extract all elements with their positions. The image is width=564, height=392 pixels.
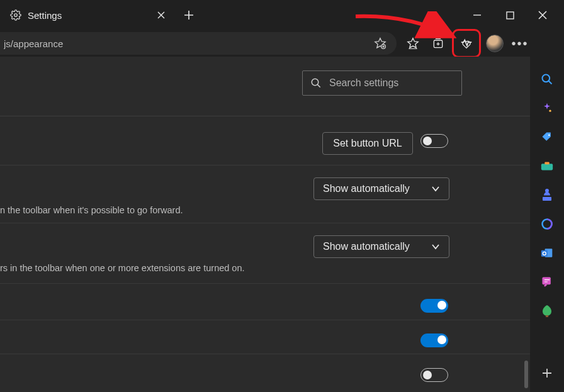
sidebar-outlook-icon[interactable]	[539, 245, 555, 260]
extensions-button-dropdown[interactable]: Show automatically	[313, 235, 449, 258]
new-tab-button[interactable]	[176, 3, 201, 28]
svg-point-6	[549, 110, 551, 112]
set-button-url[interactable]: Set button URL	[322, 132, 413, 155]
svg-point-5	[543, 75, 550, 82]
search-icon	[310, 77, 322, 89]
browser-essentials-icon[interactable]	[455, 32, 478, 55]
sidebar-search-icon[interactable]	[539, 72, 555, 87]
svg-rect-13	[541, 250, 548, 257]
more-menu-button[interactable]: •••	[509, 32, 531, 55]
scrollbar[interactable]	[524, 361, 528, 388]
favorites-icon[interactable]	[402, 32, 424, 55]
settings-page: Search settings Set button URL Show auto…	[0, 57, 530, 392]
sidebar-tools-icon[interactable]	[539, 159, 555, 174]
url-text: js/appearance	[4, 38, 371, 49]
sidebar-shopping-icon[interactable]	[539, 130, 555, 145]
chevron-down-icon	[431, 184, 440, 193]
close-window-button[interactable]	[534, 6, 551, 24]
toggle-row-1[interactable]	[420, 299, 448, 313]
svg-rect-16	[546, 315, 548, 317]
svg-point-0	[14, 14, 18, 17]
more-dots-icon: •••	[511, 36, 528, 51]
sidebar-games-icon[interactable]	[539, 188, 555, 203]
collections-icon[interactable]	[427, 32, 449, 55]
forward-description: n the toolbar when it's possible to go f…	[0, 205, 183, 215]
search-placeholder: Search settings	[329, 77, 398, 89]
sidebar-office-icon[interactable]	[539, 216, 555, 232]
svg-rect-8	[541, 164, 553, 170]
minimize-button[interactable]	[468, 6, 486, 24]
chevron-down-icon	[431, 242, 440, 251]
edge-sidebar	[530, 57, 564, 392]
sidebar-add-button[interactable]	[539, 366, 555, 381]
svg-rect-10	[543, 197, 551, 201]
profile-button[interactable]	[483, 32, 506, 55]
svg-point-7	[548, 134, 550, 136]
sidebar-drop-icon[interactable]	[539, 303, 555, 318]
sidebar-discover-icon[interactable]	[539, 101, 555, 116]
search-settings-input[interactable]: Search settings	[302, 70, 462, 96]
extensions-description: rs in the toolbar when one or more exten…	[0, 263, 245, 273]
window-controls	[468, 6, 564, 24]
sidebar-feedback-icon[interactable]	[539, 274, 555, 289]
forward-button-dropdown[interactable]: Show automatically	[313, 177, 449, 200]
tab-title: Settings	[28, 10, 62, 21]
gear-icon	[10, 9, 21, 21]
toggle-row-2[interactable]	[420, 333, 448, 347]
toolbar: js/appearance	[0, 30, 564, 57]
toggle-row-3[interactable]	[420, 368, 448, 382]
address-bar[interactable]: js/appearance	[0, 32, 397, 55]
svg-point-4	[312, 79, 319, 86]
svg-rect-1	[507, 12, 514, 19]
toggle-home-url[interactable]	[420, 134, 448, 148]
highlight-annotation	[452, 29, 481, 58]
titlebar: Settings	[0, 0, 564, 30]
svg-rect-15	[543, 277, 551, 285]
avatar-icon	[486, 35, 504, 52]
add-favorite-icon[interactable]	[371, 35, 389, 52]
close-tab-icon[interactable]	[156, 10, 166, 20]
browser-tab[interactable]: Settings	[0, 0, 176, 30]
maximize-button[interactable]	[501, 6, 519, 24]
svg-rect-9	[544, 162, 549, 165]
